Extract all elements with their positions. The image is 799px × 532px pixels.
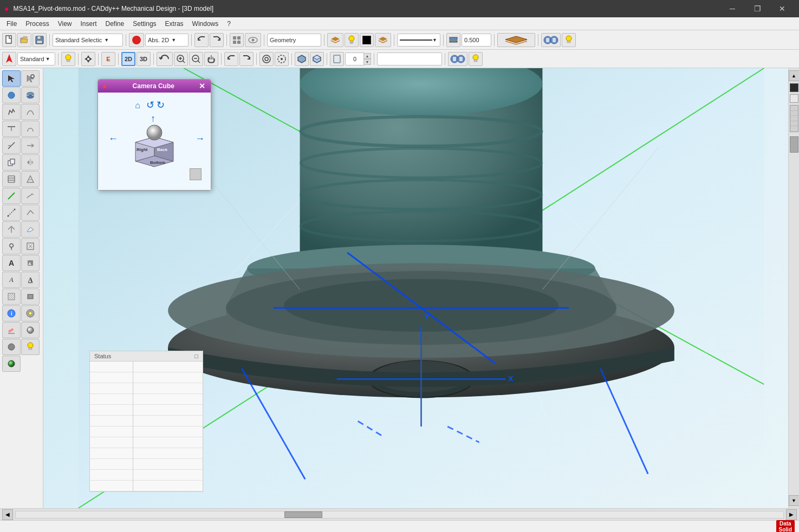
- extend-tool[interactable]: [21, 137, 40, 154]
- circle-tool[interactable]: [2, 87, 21, 103]
- undo-2-button[interactable]: [224, 52, 238, 66]
- scroll-up-button[interactable]: ▲: [789, 70, 800, 81]
- menu-insert[interactable]: Insert: [76, 19, 101, 29]
- erase-tool[interactable]: [2, 322, 21, 338]
- trim-tool[interactable]: [2, 137, 21, 154]
- camera-cube-close-button[interactable]: ✕: [198, 82, 206, 90]
- minimize-button[interactable]: ─: [720, 0, 745, 17]
- 3d-viewport[interactable]: X Y Z ●: [43, 68, 799, 508]
- geometry-input[interactable]: Geometry: [267, 34, 321, 47]
- style-dropdown[interactable]: Standard ▼: [17, 52, 55, 65]
- redo-2-button[interactable]: [239, 52, 254, 66]
- point-tool[interactable]: [21, 205, 40, 221]
- green-sphere-tool[interactable]: [2, 356, 21, 372]
- circle-select-button[interactable]: [259, 52, 274, 66]
- snap-select-button[interactable]: [275, 52, 289, 66]
- menu-help[interactable]: ?: [223, 19, 235, 29]
- snap-mode-dropdown[interactable]: Abs. 2D ▼: [145, 34, 189, 47]
- cube-3d-display[interactable]: Bottom Right Back: [125, 121, 184, 169]
- lightbulb-tb2[interactable]: [61, 52, 75, 66]
- arc-tool[interactable]: [21, 104, 40, 120]
- rotate-ccw-button[interactable]: ↺: [146, 99, 154, 111]
- line-type-dropdown[interactable]: ▼: [397, 34, 440, 47]
- right-icon-1[interactable]: [790, 83, 798, 92]
- zoom-out-button[interactable]: [189, 52, 203, 66]
- italic-text-tool[interactable]: A: [2, 272, 21, 288]
- move-icon[interactable]: [81, 52, 95, 66]
- maximize-button[interactable]: ❐: [745, 0, 770, 17]
- scroll-thumb-vert[interactable]: [790, 136, 798, 153]
- zoom-in-button[interactable]: [174, 52, 188, 66]
- pan-button[interactable]: [204, 52, 218, 66]
- halfsphere-tool[interactable]: [2, 339, 21, 355]
- sketch-tool[interactable]: [2, 104, 21, 120]
- mode-3d-button[interactable]: 3D: [137, 52, 151, 66]
- rectangle-solid-tool[interactable]: [21, 288, 40, 305]
- group-icon-1[interactable]: [541, 33, 561, 47]
- scroll-right-button[interactable]: ▶: [786, 509, 797, 520]
- right-icon-2[interactable]: [790, 94, 798, 103]
- grid-button[interactable]: [230, 33, 244, 47]
- horizontal-scroll-track[interactable]: [15, 511, 784, 518]
- hatch-tool[interactable]: [2, 288, 21, 305]
- scroll-down-button[interactable]: ▼: [789, 495, 800, 506]
- right-icon-grid[interactable]: [790, 105, 798, 132]
- scroll-left-button[interactable]: ◀: [2, 509, 13, 520]
- color-selector[interactable]: [360, 33, 374, 47]
- group-icon-tb2[interactable]: [448, 52, 467, 66]
- menu-settings[interactable]: Settings: [128, 19, 160, 29]
- lightbulb-2[interactable]: [562, 33, 576, 47]
- line-tool[interactable]: [2, 188, 21, 204]
- line-weight-input[interactable]: [462, 34, 491, 47]
- layer-stack-3[interactable]: [497, 33, 535, 47]
- open-button[interactable]: [17, 33, 31, 47]
- preview-tool[interactable]: [21, 305, 40, 321]
- menu-file[interactable]: File: [2, 19, 21, 29]
- scale-tool[interactable]: [21, 171, 40, 187]
- new-button[interactable]: [2, 33, 16, 47]
- layer-stack-1[interactable]: [327, 33, 343, 47]
- selection-mode-dropdown[interactable]: Standard Selectic ▼: [53, 34, 123, 47]
- magnify-tool[interactable]: ⚲: [2, 238, 21, 254]
- redo-button[interactable]: [210, 33, 224, 47]
- cylinder-tool[interactable]: [21, 87, 40, 103]
- logo-arrow[interactable]: [2, 52, 16, 66]
- layer-stack-2[interactable]: [375, 33, 391, 47]
- rotate-cw-button[interactable]: ↻: [157, 99, 165, 111]
- rotate-right-button[interactable]: →: [195, 133, 205, 145]
- arc-dim-tool[interactable]: [21, 121, 40, 137]
- e-button[interactable]: E: [101, 52, 115, 66]
- move-3d-tool[interactable]: [2, 221, 21, 238]
- copy-tool[interactable]: [2, 154, 21, 170]
- rotate-left-button[interactable]: ←: [108, 133, 118, 145]
- sphere-tool[interactable]: [21, 322, 40, 338]
- lightbulb-tb2-2[interactable]: [469, 52, 483, 66]
- polyline-tool[interactable]: [21, 188, 40, 204]
- menu-windows[interactable]: Windows: [188, 19, 223, 29]
- info-tool[interactable]: i: [2, 305, 21, 321]
- menu-process[interactable]: Process: [21, 19, 53, 29]
- close-button[interactable]: ✕: [770, 0, 795, 17]
- counter-input[interactable]: [345, 52, 365, 65]
- select-arrow-tool[interactable]: [2, 70, 21, 87]
- stepper-down[interactable]: ▼: [363, 59, 371, 65]
- bold-text-tool[interactable]: A: [21, 272, 40, 288]
- smart-select-tool[interactable]: [21, 70, 40, 87]
- mirror-tool[interactable]: [21, 154, 40, 170]
- text-serif-tool[interactable]: A: [2, 255, 21, 271]
- menu-define[interactable]: Define: [101, 19, 129, 29]
- rotate-button[interactable]: [157, 52, 173, 66]
- box-icon[interactable]: [330, 52, 344, 66]
- text-solid-tool[interactable]: A: [21, 255, 40, 271]
- undo-button[interactable]: [194, 33, 209, 47]
- menu-view[interactable]: View: [54, 19, 76, 29]
- save-button[interactable]: [33, 33, 47, 47]
- status-close[interactable]: □: [194, 353, 198, 359]
- solid-select-button[interactable]: [295, 52, 309, 66]
- snap-indicator[interactable]: [129, 33, 144, 47]
- plane-tool[interactable]: [21, 221, 40, 238]
- mini-cube-icon[interactable]: [190, 168, 202, 180]
- stepper-up[interactable]: ▲: [363, 53, 371, 59]
- zoom-extent-tool[interactable]: [21, 238, 40, 254]
- view-options-button[interactable]: [245, 33, 261, 47]
